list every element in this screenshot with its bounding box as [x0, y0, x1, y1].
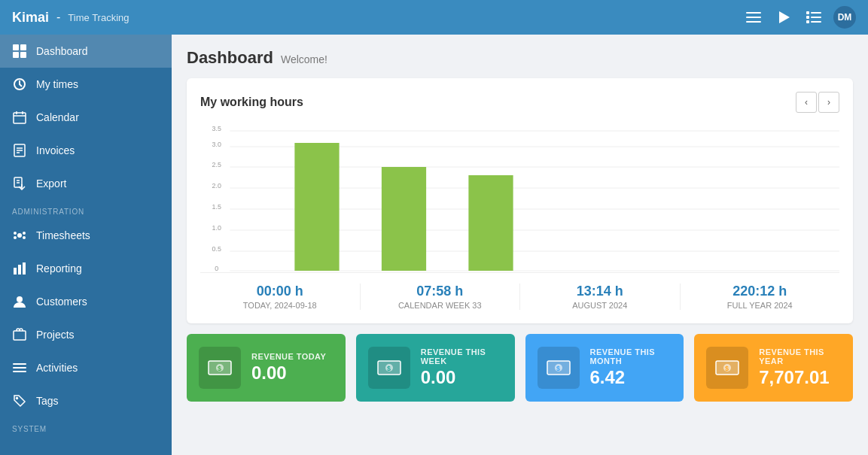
- svg-rect-13: [20, 52, 26, 58]
- svg-text:1.0: 1.0: [212, 224, 221, 232]
- svg-rect-34: [23, 262, 26, 275]
- stats-row: 00:00 h TODAY, 2024-09-18 07:58 h CALEND…: [200, 272, 839, 310]
- app-header: Kimai - Time Tracking DM: [0, 0, 868, 35]
- chart-area: 0 0.5 1.0 1.5 2.0 2.5 3.0 3.5: [200, 122, 839, 272]
- svg-text:$: $: [725, 365, 729, 372]
- svg-rect-12: [13, 52, 19, 58]
- svg-text:3.5: 3.5: [212, 125, 221, 132]
- stat-week: 07:58 h CALENDAR WEEK 33: [361, 284, 521, 310]
- sidebar-item-tags[interactable]: Tags: [0, 384, 172, 417]
- sidebar-item-customers[interactable]: Customers: [0, 285, 172, 318]
- stat-label-month: AUGUST 2024: [528, 301, 672, 310]
- brand-name: Kimai: [12, 10, 49, 26]
- sidebar-item-label: Invoices: [36, 144, 75, 156]
- svg-point-30: [14, 236, 17, 239]
- svg-text:$: $: [556, 365, 560, 372]
- header-brand-area: Kimai - Time Tracking: [12, 10, 129, 26]
- page-header: Dashboard Welcome!: [187, 48, 853, 68]
- sidebar-item-projects[interactable]: Projects: [0, 318, 172, 351]
- svg-rect-37: [13, 363, 26, 365]
- svg-rect-15: [14, 113, 26, 123]
- revenue-row: $ REVENUE TODAY 0.00 $ REVENUE: [187, 334, 853, 402]
- main-content: Dashboard Welcome! My working hours ‹ › …: [172, 35, 868, 455]
- stat-value-today: 00:00 h: [208, 284, 352, 299]
- user-avatar[interactable]: DM: [833, 6, 856, 29]
- sidebar-item-timesheets[interactable]: Timesheets: [0, 219, 172, 252]
- svg-point-35: [17, 296, 23, 302]
- invoice-icon: [12, 143, 27, 158]
- projects-icon: [12, 327, 27, 342]
- revenue-month-value: 6.42: [590, 367, 672, 388]
- svg-rect-5: [811, 12, 821, 14]
- svg-rect-7: [811, 17, 821, 18]
- sidebar: Dashboard My times Calendar Invoices Exp…: [0, 35, 172, 455]
- sidebar-item-label: Timesheets: [36, 229, 90, 241]
- svg-text:2.0: 2.0: [212, 182, 221, 190]
- page-title: Dashboard: [187, 48, 273, 68]
- svg-point-31: [23, 236, 26, 239]
- sidebar-item-calendar[interactable]: Calendar: [0, 101, 172, 134]
- revenue-year-content: REVENUE THIS YEAR 7,707.01: [759, 347, 841, 388]
- system-section-label: System: [0, 417, 172, 436]
- svg-point-40: [17, 398, 18, 399]
- revenue-today-label: REVENUE TODAY: [251, 352, 326, 361]
- export-icon: [12, 176, 27, 191]
- sidebar-item-export[interactable]: Export: [0, 167, 172, 200]
- sidebar-item-label: Calendar: [36, 111, 79, 123]
- svg-rect-9: [811, 21, 821, 23]
- stat-year: 220:12 h FULL YEAR 2024: [681, 284, 840, 310]
- revenue-year-label: REVENUE THIS YEAR: [759, 347, 841, 366]
- revenue-week-content: REVENUE THIS WEEK 0.00: [421, 347, 503, 388]
- activities-icon: [12, 360, 27, 375]
- sidebar-item-my-times[interactable]: My times: [0, 68, 172, 101]
- header-actions: DM: [743, 6, 856, 29]
- svg-rect-6: [806, 16, 809, 19]
- svg-rect-2: [746, 21, 761, 23]
- svg-rect-0: [746, 12, 761, 14]
- svg-rect-38: [13, 367, 26, 369]
- play-icon[interactable]: [773, 7, 794, 28]
- reporting-icon: [12, 261, 27, 276]
- stat-label-today: TODAY, 2024-09-18: [208, 301, 352, 310]
- sidebar-item-reporting[interactable]: Reporting: [0, 252, 172, 285]
- card-title: My working hours: [200, 96, 303, 109]
- stat-label-year: FULL YEAR 2024: [688, 301, 833, 310]
- sidebar-item-activities[interactable]: Activities: [0, 351, 172, 384]
- working-hours-card: My working hours ‹ › 0 0.5 1.0 1.5 2.0 2…: [187, 78, 853, 323]
- revenue-month-content: REVENUE THIS MONTH 6.42: [590, 347, 672, 388]
- stat-value-week: 07:58 h: [368, 284, 513, 299]
- svg-text:2.5: 2.5: [212, 161, 221, 168]
- bar-aug15: [468, 175, 513, 271]
- money-icon-month: $: [538, 347, 580, 389]
- sidebar-item-label: Export: [36, 177, 66, 190]
- sidebar-item-label: Projects: [36, 329, 75, 341]
- card-header: My working hours ‹ ›: [200, 92, 839, 113]
- svg-rect-10: [13, 44, 19, 50]
- svg-marker-3: [779, 11, 790, 23]
- bar-chart: 0 0.5 1.0 1.5 2.0 2.5 3.0 3.5: [200, 122, 839, 272]
- main-layout: Dashboard My times Calendar Invoices Exp…: [0, 35, 868, 455]
- svg-text:0.5: 0.5: [212, 245, 221, 253]
- svg-rect-4: [806, 11, 809, 14]
- list-icon[interactable]: [803, 7, 824, 28]
- svg-text:0: 0: [215, 265, 218, 272]
- sidebar-item-dashboard[interactable]: Dashboard: [0, 35, 172, 68]
- chart-nav-buttons: ‹ ›: [796, 92, 839, 113]
- bar-aug13: [294, 143, 339, 271]
- next-period-button[interactable]: ›: [818, 92, 839, 113]
- svg-rect-8: [806, 20, 809, 23]
- svg-point-28: [14, 232, 17, 235]
- money-icon-week: $: [368, 347, 410, 389]
- dashboard-icon: [12, 44, 27, 59]
- svg-rect-1: [746, 17, 761, 18]
- revenue-today-value: 0.00: [251, 362, 326, 384]
- clock-icon: [12, 77, 27, 92]
- menu-icon[interactable]: [743, 7, 764, 28]
- money-icon-year: $: [706, 347, 748, 389]
- revenue-year-card: $ REVENUE THIS YEAR 7,707.01: [694, 334, 853, 402]
- prev-period-button[interactable]: ‹: [796, 92, 817, 113]
- timesheets-icon: [12, 228, 27, 243]
- revenue-week-label: REVENUE THIS WEEK: [421, 347, 503, 366]
- bar-aug14: [382, 167, 426, 271]
- sidebar-item-invoices[interactable]: Invoices: [0, 134, 172, 167]
